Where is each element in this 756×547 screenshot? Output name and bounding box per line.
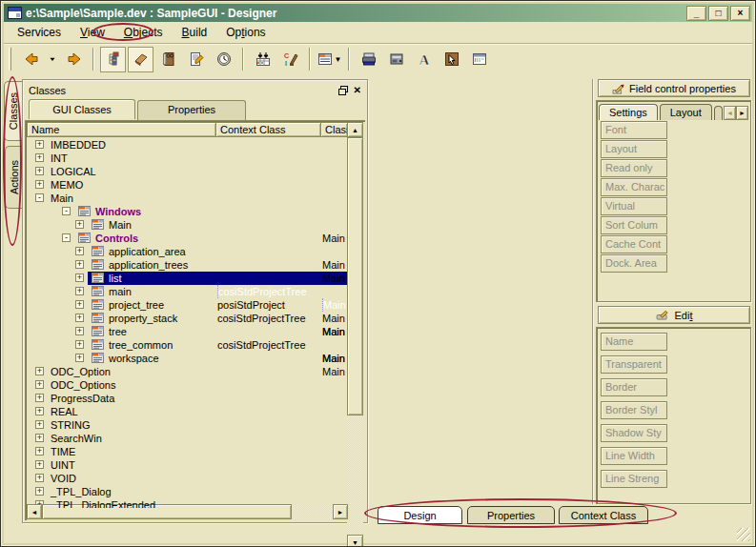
- setting-sort-colum-button[interactable]: Sort Colum: [601, 216, 667, 234]
- expand-icon[interactable]: +: [35, 153, 44, 162]
- toolbar-button-pointer-panel[interactable]: [439, 47, 464, 72]
- tree-row[interactable]: +mainposiStdProjectMain: [27, 285, 348, 298]
- tree-row-label[interactable]: STRING: [51, 418, 348, 432]
- tab-scroll-left-icon[interactable]: ◄: [724, 106, 736, 120]
- toolbar-button-back-arrow[interactable]: [18, 47, 44, 72]
- edit-border-button[interactable]: Border: [601, 378, 667, 396]
- expand-icon[interactable]: +: [75, 287, 84, 295]
- resize-grip[interactable]: [737, 528, 750, 541]
- tree-row[interactable]: +LOGICAL: [27, 165, 348, 178]
- tab-design[interactable]: Design: [378, 506, 462, 524]
- tree-row[interactable]: +project_treecosiStdProjectTreeMain: [27, 298, 348, 312]
- tree-row[interactable]: -Windows: [27, 205, 348, 218]
- tab-gui-classes[interactable]: GUI Classes: [29, 99, 135, 119]
- edit-button[interactable]: Edit: [598, 306, 750, 324]
- edit-shadow-sty-button[interactable]: Shadow Sty: [601, 424, 667, 442]
- tree-row-label[interactable]: workspace: [109, 352, 348, 365]
- tree-row-label[interactable]: project_tree: [109, 298, 348, 312]
- collapse-icon[interactable]: -: [62, 207, 71, 215]
- tab-scroll-right-icon[interactable]: ►: [736, 106, 748, 120]
- expand-icon[interactable]: +: [35, 407, 44, 415]
- tree-row-label[interactable]: tree_common: [109, 338, 348, 352]
- toolbar-button-machine[interactable]: [383, 47, 409, 72]
- tree-row-label[interactable]: Main: [51, 192, 348, 205]
- toolbar-button-printer[interactable]: [356, 47, 381, 72]
- tree-row[interactable]: +IMBEDDED: [27, 138, 348, 152]
- vertical-scrollbar-thumb[interactable]: [347, 137, 363, 415]
- tree-row[interactable]: +MEMO: [27, 178, 348, 192]
- expand-icon[interactable]: +: [35, 167, 44, 175]
- toolbar-button-window-list[interactable]: [466, 47, 492, 72]
- tree-row[interactable]: +STRING: [27, 418, 348, 432]
- tree-row-label[interactable]: property_stack: [109, 312, 348, 325]
- tree-row-label[interactable]: TIME: [51, 445, 348, 458]
- expand-icon[interactable]: +: [35, 474, 44, 482]
- tree-row[interactable]: +VOID: [27, 472, 348, 485]
- expand-icon[interactable]: +: [35, 434, 44, 442]
- tab-context-class[interactable]: Context Class: [559, 506, 648, 524]
- expand-icon[interactable]: +: [35, 140, 44, 149]
- menu-item-objects[interactable]: Objects: [114, 23, 173, 42]
- tree-row-label[interactable]: INT: [51, 152, 348, 165]
- tree-row[interactable]: -Main: [27, 192, 348, 205]
- toolbar-button-form-window[interactable]: ▼: [317, 47, 342, 72]
- sidebar-tab-classes[interactable]: Classes: [4, 81, 22, 141]
- tree-row-label[interactable]: application_area: [109, 245, 348, 258]
- setting-cache-cont-button[interactable]: Cache Cont: [601, 235, 667, 253]
- expand-icon[interactable]: +: [75, 247, 84, 255]
- tree-row[interactable]: +REAL: [27, 405, 348, 418]
- tab-layout[interactable]: Layout: [660, 104, 712, 120]
- tree-row[interactable]: +TIME: [27, 445, 348, 458]
- tree-row-label[interactable]: VOID: [51, 472, 348, 485]
- tree-row[interactable]: +_TPL_Dialog: [27, 485, 348, 498]
- toolbar-button-font[interactable]: A: [411, 47, 437, 72]
- expand-icon[interactable]: +: [35, 447, 44, 456]
- close-button[interactable]: ×: [730, 6, 750, 21]
- tab-settings[interactable]: Settings: [599, 104, 658, 120]
- tab-partial[interactable]: [714, 106, 723, 120]
- expand-icon[interactable]: +: [75, 340, 84, 349]
- expand-icon[interactable]: +: [75, 314, 84, 322]
- toolbar-button-edit-document[interactable]: [183, 47, 209, 72]
- sidebar-tab-actions[interactable]: Actions: [5, 146, 22, 209]
- expand-icon[interactable]: +: [35, 380, 44, 389]
- tree-row[interactable]: +listcosiStdProjectTreeMain: [27, 272, 348, 285]
- setting-font-button[interactable]: Font: [601, 121, 667, 139]
- field-control-properties-button[interactable]: Field control properties: [598, 79, 750, 97]
- tree-row[interactable]: +_TPL_DialogExtended: [27, 498, 348, 508]
- tree-row[interactable]: +MainMain: [27, 218, 348, 232]
- menu-item-view[interactable]: View: [71, 23, 114, 42]
- column-header-context-class[interactable]: Context Class: [216, 122, 321, 137]
- edit-transparent-button[interactable]: Transparent: [601, 355, 667, 374]
- tree-row-label[interactable]: MEMO: [51, 178, 348, 192]
- tree-row-label[interactable]: IMBEDDED: [51, 138, 348, 152]
- vertical-scrollbar[interactable]: ▲ ▼: [347, 122, 363, 547]
- edit-line-streng-button[interactable]: Line Streng: [601, 470, 667, 488]
- tree-row[interactable]: +property_stackMain: [27, 312, 348, 325]
- menu-item-options[interactable]: Options: [216, 23, 275, 42]
- scroll-left-icon[interactable]: ◄: [27, 504, 42, 519]
- setting-read-only-button[interactable]: Read only: [601, 159, 667, 177]
- expand-icon[interactable]: +: [35, 420, 44, 429]
- expand-icon[interactable]: +: [35, 367, 44, 375]
- expand-icon[interactable]: +: [35, 180, 44, 189]
- tree-row[interactable]: +tree_commonMain: [27, 338, 348, 352]
- tab-properties[interactable]: Properties: [137, 100, 246, 120]
- setting-max-charac-button[interactable]: Max. Charac: [601, 178, 667, 196]
- collapse-icon[interactable]: -: [35, 193, 44, 202]
- tree-row-label[interactable]: list: [109, 272, 348, 285]
- toolbar-button-grid-import[interactable]: [250, 47, 276, 72]
- collapse-icon[interactable]: -: [62, 233, 71, 242]
- column-header-name[interactable]: Name: [27, 122, 216, 137]
- tree-row[interactable]: +application_areaMain: [27, 245, 348, 258]
- tree-row-label[interactable]: Main: [109, 218, 348, 232]
- tree-row[interactable]: -Controls: [27, 232, 348, 245]
- setting-virtual-button[interactable]: Virtual: [601, 197, 667, 215]
- tree-row-label[interactable]: tree: [109, 325, 348, 338]
- maximize-button[interactable]: □: [708, 6, 728, 21]
- setting-dock-area-button[interactable]: Dock. Area: [601, 254, 667, 273]
- expand-icon[interactable]: +: [75, 354, 84, 362]
- close-panel-icon[interactable]: ✕: [354, 86, 361, 95]
- tree-row-label[interactable]: _TPL_DialogExtended: [51, 498, 348, 508]
- expand-icon[interactable]: +: [75, 300, 84, 309]
